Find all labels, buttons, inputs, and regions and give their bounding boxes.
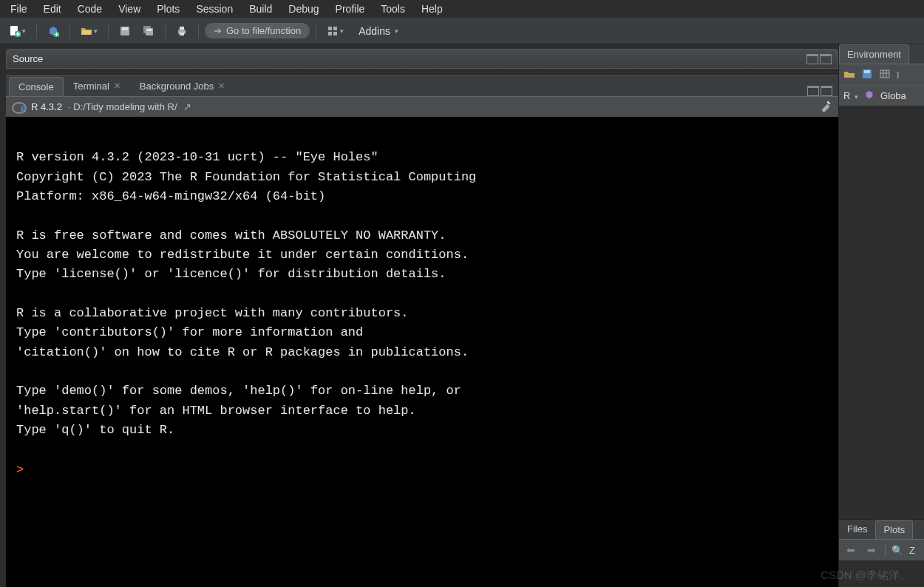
tab-terminal[interactable]: Terminal✕: [64, 76, 130, 96]
separator: [69, 24, 70, 38]
source-pane-header: Source: [6, 49, 838, 69]
svg-rect-7: [147, 29, 152, 31]
menu-plots[interactable]: Plots: [149, 1, 187, 16]
menu-view[interactable]: View: [111, 1, 148, 16]
cube-icon[interactable]: [864, 89, 874, 102]
zoom-icon[interactable]: 🔍: [891, 545, 903, 556]
separator: [165, 24, 166, 38]
menu-code[interactable]: Code: [70, 1, 109, 16]
menubar: FileEditCodeViewPlotsSessionBuildDebugPr…: [0, 0, 924, 18]
environment-toolbar: I: [839, 64, 924, 85]
svg-rect-17: [880, 70, 889, 78]
maximize-pane-icon[interactable]: [820, 54, 832, 64]
refresh-button[interactable]: I: [897, 69, 900, 81]
save-all-button[interactable]: [138, 22, 159, 40]
save-icon: [119, 25, 131, 37]
separator: [198, 24, 199, 38]
chevron-down-icon: ▾: [94, 27, 98, 35]
menu-file[interactable]: File: [3, 1, 35, 16]
working-directory-label: · D:/Tidy modeling with R/: [68, 101, 177, 112]
menu-help[interactable]: Help: [414, 1, 450, 16]
menu-build[interactable]: Build: [242, 1, 279, 16]
open-file-button[interactable]: ▾: [76, 22, 102, 40]
svg-rect-13: [328, 32, 332, 35]
new-file-button[interactable]: ▾: [4, 22, 30, 40]
main-toolbar: ▾ ▾ ➔ Go to file/function ▾ Addins ▾: [0, 18, 924, 44]
console-output[interactable]: R version 4.3.2 (2023-10-31 ucrt) -- "Ey…: [6, 117, 838, 587]
left-panel: Source ConsoleTerminal✕Background Jobs✕ …: [0, 44, 838, 587]
separator: [316, 24, 316, 38]
maximize-pane-icon[interactable]: [821, 86, 832, 96]
separator: [108, 24, 109, 38]
scope-dropdown[interactable]: R ▾: [843, 90, 858, 101]
tab-plots[interactable]: Plots: [875, 520, 913, 539]
grid-icon: [327, 25, 339, 37]
save-all-icon: [143, 25, 154, 37]
menu-session[interactable]: Session: [188, 1, 240, 16]
new-project-button[interactable]: [43, 22, 64, 40]
menu-edit[interactable]: Edit: [36, 1, 69, 16]
print-button[interactable]: [171, 22, 192, 40]
menu-tools[interactable]: Tools: [373, 1, 412, 16]
console-pane: ConsoleTerminal✕Background Jobs✕ R 4.3.2…: [6, 75, 838, 587]
arrow-right-icon: ➔: [214, 25, 222, 36]
svg-rect-14: [333, 32, 337, 35]
goto-dir-icon[interactable]: ↗: [183, 101, 191, 112]
tab-background-jobs[interactable]: Background Jobs✕: [130, 76, 234, 96]
folder-open-icon: [81, 25, 92, 37]
r-version-label: R 4.3.2: [31, 101, 62, 112]
tab-console[interactable]: Console: [9, 77, 64, 96]
environment-content: [839, 106, 924, 519]
svg-rect-10: [180, 33, 184, 35]
close-icon[interactable]: ✕: [218, 81, 225, 91]
goto-file-function-box[interactable]: ➔ Go to file/function: [205, 23, 310, 38]
watermark-text: CSDN @李铭洋。: [821, 569, 911, 583]
console-tabbar: ConsoleTerminal✕Background Jobs✕: [6, 75, 838, 96]
plots-toolbar: ⬅ ➡ 🔍 Z: [839, 540, 924, 560]
svg-rect-16: [864, 70, 870, 73]
separator: [885, 544, 886, 556]
menu-profile[interactable]: Profile: [328, 1, 373, 16]
plus-page-icon: [9, 25, 21, 37]
chevron-down-icon: ▾: [22, 27, 26, 35]
prev-plot-icon[interactable]: ⬅: [843, 543, 858, 557]
source-pane-title: Source: [13, 53, 806, 64]
save-button[interactable]: [115, 22, 135, 40]
workspace: Source ConsoleTerminal✕Background Jobs✕ …: [0, 44, 924, 587]
next-plot-icon[interactable]: ➡: [864, 543, 879, 557]
svg-rect-11: [328, 27, 332, 30]
load-workspace-icon[interactable]: [843, 68, 855, 82]
source-pane: Source: [6, 49, 838, 69]
svg-rect-4: [122, 27, 128, 30]
separator: [36, 24, 37, 38]
save-workspace-icon[interactable]: [861, 68, 873, 82]
files-plots-tabbar: FilesPlots: [839, 520, 924, 540]
print-icon: [176, 25, 188, 37]
environment-tabbar: Environment: [839, 44, 924, 64]
svg-rect-12: [333, 27, 337, 30]
import-dataset-icon[interactable]: [879, 68, 891, 82]
tab-environment[interactable]: Environment: [839, 44, 909, 64]
right-panel: Environment I R ▾ Globa FilesPlots ⬅ ➡ 🔍: [838, 44, 924, 587]
chevron-down-icon: ▾: [395, 27, 398, 35]
menu-debug[interactable]: Debug: [281, 1, 326, 16]
goto-placeholder-text: Go to file/function: [226, 25, 301, 36]
addins-button[interactable]: Addins ▾: [351, 22, 406, 40]
addins-label: Addins: [359, 25, 390, 37]
r-logo-icon: [12, 102, 25, 112]
chevron-down-icon: ▾: [340, 27, 344, 35]
console-info-bar: R 4.3.2 · D:/Tidy modeling with R/ ↗: [6, 96, 838, 117]
environment-pane: Environment I R ▾ Globa: [839, 44, 924, 519]
console-prompt: >: [16, 462, 24, 476]
clear-console-icon[interactable]: [819, 99, 832, 115]
svg-rect-9: [180, 27, 184, 30]
minimize-pane-icon[interactable]: [806, 54, 818, 64]
environment-scope-bar: R ▾ Globa: [839, 85, 924, 106]
minimize-pane-icon[interactable]: [807, 86, 819, 96]
global-env-label[interactable]: Globa: [880, 90, 906, 101]
close-icon[interactable]: ✕: [114, 81, 120, 91]
grid-button[interactable]: ▾: [322, 22, 348, 40]
tab-files[interactable]: Files: [839, 519, 875, 539]
zoom-label: Z: [909, 545, 915, 556]
cube-plus-icon: [47, 25, 59, 37]
